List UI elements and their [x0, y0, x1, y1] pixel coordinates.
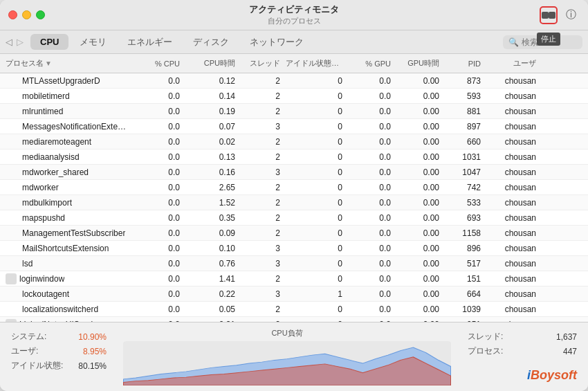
stop-icon: [542, 12, 549, 19]
tab-disk[interactable]: ディスク: [183, 33, 239, 51]
iboysoft-logo: iBoysoft: [527, 368, 577, 383]
table-row[interactable]: MTLAssetUpgraderD 0.0 0.12 2 0 0.0 0.00 …: [0, 73, 588, 89]
table-row[interactable]: localizationswitcherd 0.0 0.05 2 0 0.0 0…: [0, 302, 588, 317]
cell-gpu-time: 0.00: [394, 107, 442, 116]
cell-gpu-pct: 0.0: [345, 183, 394, 192]
col-header-process[interactable]: プロセス名 ▼: [3, 58, 131, 69]
stat-system-value: 10.90%: [78, 332, 107, 342]
cell-gpu-time: 0.00: [394, 228, 442, 238]
stat-system-label: システム:: [11, 331, 46, 343]
stat-user-label: ユーザ:: [11, 345, 38, 357]
table-row[interactable]: mdworker 0.0 2.65 2 0 0.0 0.00 742 chous…: [0, 180, 588, 195]
cell-idle: 0: [283, 107, 345, 116]
col-header-gpu-pct[interactable]: % GPU: [345, 60, 394, 68]
table-row[interactable]: MessagesNotificationExtension 0.0 0.07 3…: [0, 119, 588, 134]
cell-cpu-time: 0.05: [183, 304, 238, 314]
traffic-lights: [8, 10, 45, 19]
cell-process: lockoutagent: [3, 289, 131, 299]
process-name: MessagesNotificationExtension: [22, 122, 128, 131]
cell-threads: 2: [238, 183, 283, 192]
bottom-panel: システム: 10.90% ユーザ: 8.95% アイドル状態: 80.15% C…: [0, 322, 588, 391]
table-row[interactable]: mapspushd 0.0 0.35 2 0 0.0 0.00 693 chou…: [0, 210, 588, 226]
cell-gpu-time: 0.00: [394, 274, 442, 284]
col-header-idle[interactable]: アイドル状態解除: [283, 58, 345, 69]
cell-process: mediaanalysisd: [3, 152, 131, 162]
cell-user: chousan: [484, 198, 539, 208]
cell-cpu-pct: 0.0: [131, 198, 183, 208]
stat-system: システム: 10.90%: [11, 331, 107, 343]
info-icon: ⓘ: [566, 8, 576, 21]
col-header-threads[interactable]: スレッド: [238, 58, 283, 69]
cell-process: MailShortcutsExtension: [3, 244, 131, 253]
tab-energy[interactable]: エネルギー: [118, 33, 182, 51]
cell-idle: 0: [283, 198, 345, 208]
cell-cpu-pct: 0.0: [131, 289, 183, 299]
cell-user: chousan: [484, 304, 539, 314]
table-row[interactable]: mlruntimed 0.0 0.19 2 0 0.0 0.00 881 cho…: [0, 104, 588, 119]
cell-pid: 897: [442, 122, 484, 131]
info-button[interactable]: ⓘ: [562, 6, 580, 24]
cell-process: MTLAssetUpgraderD: [3, 76, 131, 86]
process-name: MailShortcutsExtension: [22, 244, 109, 253]
cell-threads: 3: [238, 244, 283, 253]
process-name: mlruntimed: [22, 107, 63, 116]
process-name: lockoutagent: [22, 289, 69, 299]
cell-gpu-pct: 0.0: [345, 137, 394, 147]
cell-cpu-time: 1.52: [183, 198, 238, 208]
col-header-cpu-pct[interactable]: % CPU: [131, 60, 183, 68]
cell-cpu-time: 0.76: [183, 259, 238, 269]
cell-cpu-time: 1.41: [183, 274, 238, 284]
cell-user: chousan: [484, 76, 539, 86]
process-name: loginwindow: [19, 274, 64, 284]
cell-user: chousan: [484, 274, 539, 284]
col-header-pid[interactable]: PID: [442, 60, 484, 68]
tab-cpu[interactable]: CPU: [30, 34, 68, 50]
table-row[interactable]: LinkedNotesUIService 0.0 0.31 3 0 0.0 0.…: [0, 317, 588, 322]
cell-threads: 2: [238, 228, 283, 238]
cell-gpu-time: 0.00: [394, 122, 442, 131]
table-row[interactable]: MailShortcutsExtension 0.0 0.10 3 0 0.0 …: [0, 241, 588, 256]
cell-cpu-time: 0.22: [183, 289, 238, 299]
process-name: ManagementTestSubscriber: [22, 228, 125, 238]
cell-process: mdworker: [3, 183, 131, 192]
cell-pid: 881: [442, 107, 484, 116]
close-button[interactable]: [8, 10, 17, 19]
col-header-gpu-time[interactable]: GPU時間: [394, 58, 442, 69]
table-row[interactable]: mediaremoteagent 0.0 0.02 2 0 0.0 0.00 6…: [0, 134, 588, 149]
nav-back-icon[interactable]: ◁: [6, 37, 12, 47]
cell-idle: 0: [283, 259, 345, 269]
stat-threads: スレッド: 1,637: [468, 331, 577, 343]
table-row[interactable]: mediaanalysisd 0.0 0.13 2 0 0.0 0.00 103…: [0, 149, 588, 165]
table-row[interactable]: lockoutagent 0.0 0.22 3 1 0.0 0.00 664 c…: [0, 287, 588, 302]
maximize-button[interactable]: [36, 10, 45, 19]
process-table[interactable]: MTLAssetUpgraderD 0.0 0.12 2 0 0.0 0.00 …: [0, 73, 588, 322]
col-header-user[interactable]: ユーザ: [484, 58, 539, 69]
table-row[interactable]: loginwindow 0.0 1.41 2 0 0.0 0.00 151 ch…: [0, 271, 588, 287]
table-row[interactable]: mobiletimerd 0.0 0.14 2 0 0.0 0.00 593 c…: [0, 89, 588, 104]
table-row[interactable]: mdworker_shared 0.0 0.16 3 0 0.0 0.00 10…: [0, 165, 588, 180]
process-name: mobiletimerd: [22, 91, 70, 101]
cell-cpu-time: 0.35: [183, 213, 238, 223]
tab-network[interactable]: ネットワーク: [240, 33, 313, 51]
cell-process: MessagesNotificationExtension: [3, 122, 131, 131]
nav-forward-icon[interactable]: ▷: [17, 37, 24, 47]
cell-threads: 2: [238, 107, 283, 116]
cell-pid: 1031: [442, 152, 484, 162]
cell-cpu-pct: 0.0: [131, 228, 183, 238]
cpu-chart: [123, 341, 451, 385]
table-row[interactable]: mdbulkimport 0.0 1.52 2 0 0.0 0.00 533 c…: [0, 195, 588, 210]
cell-user: chousan: [484, 107, 539, 116]
col-header-cpu-time[interactable]: CPU時間: [183, 58, 238, 69]
stop-button[interactable]: 停止: [540, 6, 558, 24]
cell-threads: 2: [238, 198, 283, 208]
tab-memory[interactable]: メモリ: [70, 33, 116, 51]
table-row[interactable]: lsd 0.0 0.76 3 0 0.0 0.00 517 chousan: [0, 256, 588, 271]
cell-cpu-pct: 0.0: [131, 244, 183, 253]
table-row[interactable]: ManagementTestSubscriber 0.0 0.09 2 0 0.…: [0, 226, 588, 241]
minimize-button[interactable]: [22, 10, 31, 19]
cell-idle: 0: [283, 122, 345, 131]
cell-cpu-pct: 0.0: [131, 274, 183, 284]
cell-cpu-pct: 0.0: [131, 183, 183, 192]
cell-user: chousan: [484, 259, 539, 269]
stats-left: システム: 10.90% ユーザ: 8.95% アイドル状態: 80.15%: [0, 322, 118, 391]
